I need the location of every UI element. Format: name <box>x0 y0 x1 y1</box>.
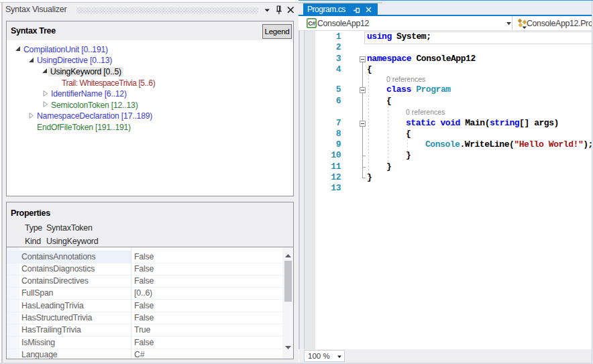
svg-text:C#: C# <box>308 20 315 27</box>
